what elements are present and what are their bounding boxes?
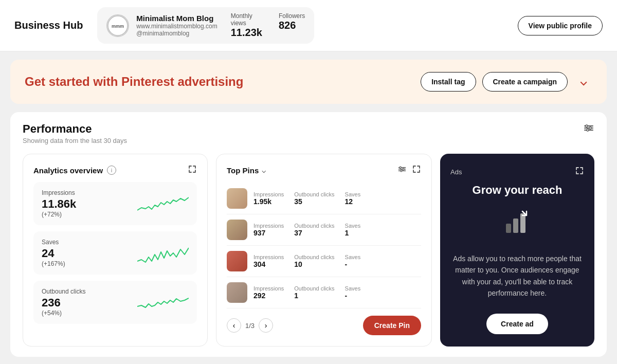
pin-row: Impressions 937 Outbound clicks 37 Saves… bbox=[227, 214, 421, 246]
performance-header: Performance Showing data from the last 3… bbox=[23, 122, 594, 144]
outbound-label: Outbound clicks bbox=[42, 288, 85, 295]
pin-impressions-label: Impressions bbox=[253, 191, 284, 197]
followers-label: Followers bbox=[279, 12, 305, 20]
pin-outbound-value: 35 bbox=[294, 197, 334, 206]
banner-chevron-icon[interactable]: ⌵ bbox=[574, 72, 592, 91]
create-pin-button[interactable]: Create Pin bbox=[363, 316, 421, 335]
pin-impressions: Impressions 937 bbox=[253, 223, 284, 237]
impressions-label: Impressions bbox=[42, 189, 76, 196]
pin-saves: Saves 1 bbox=[345, 223, 361, 237]
pin-saves: Saves - bbox=[345, 285, 361, 300]
view-public-profile-button[interactable]: View public profile bbox=[518, 16, 603, 35]
pins-footer: ‹ 1/3 › Create Pin bbox=[227, 316, 421, 335]
svg-point-6 bbox=[589, 127, 591, 129]
pin-impressions: Impressions 304 bbox=[253, 254, 284, 268]
pagination-text: 1/3 bbox=[245, 322, 255, 330]
saves-sparkline bbox=[137, 242, 189, 265]
ads-chart-icon bbox=[504, 209, 531, 241]
ads-title: Grow your reach bbox=[473, 184, 562, 197]
outbound-sparkline bbox=[137, 291, 189, 314]
analytics-card-title: Analytics overview bbox=[33, 166, 103, 175]
saves-left: Saves 24 (+167%) bbox=[42, 239, 65, 267]
ads-expand-icon[interactable] bbox=[575, 166, 584, 177]
pin-impressions: Impressions 292 bbox=[253, 285, 284, 300]
business-hub-title: Business Hub bbox=[14, 20, 83, 31]
impressions-left: Impressions 11.86k (+72%) bbox=[42, 189, 76, 218]
pin-outbound: Outbound clicks 35 bbox=[294, 191, 334, 206]
pins-filter-icon[interactable] bbox=[397, 165, 407, 176]
impressions-value: 11.86k bbox=[42, 197, 76, 211]
svg-rect-14 bbox=[506, 224, 511, 233]
advertising-banner: Get started with Pinterest advertising I… bbox=[10, 60, 607, 104]
top-pins-title: Top Pins bbox=[227, 166, 259, 175]
saves-value: 24 bbox=[42, 247, 65, 260]
svg-point-12 bbox=[403, 168, 404, 170]
pin-outbound: Outbound clicks 37 bbox=[294, 223, 334, 237]
ads-card-header: Ads bbox=[450, 166, 584, 177]
cards-row: Analytics overview i Impressions 11.86k … bbox=[23, 154, 594, 347]
pin-thumbnail bbox=[227, 251, 247, 271]
create-ad-button[interactable]: Create ad bbox=[486, 314, 548, 334]
pin-row: Impressions 292 Outbound clicks 1 Saves … bbox=[227, 277, 421, 308]
pin-saves-value: 12 bbox=[345, 197, 361, 206]
performance-title-group: Performance Showing data from the last 3… bbox=[23, 122, 127, 144]
pin-stats: Impressions 292 Outbound clicks 1 Saves … bbox=[253, 285, 421, 300]
pins-icons bbox=[397, 165, 421, 176]
pins-dropdown-icon[interactable]: ⌵ bbox=[262, 166, 266, 174]
top-pins-header: Top Pins ⌵ bbox=[227, 165, 421, 176]
performance-subtitle: Showing data from the last 30 days bbox=[23, 137, 127, 144]
profile-website: www.minimalistmomblog.com bbox=[136, 23, 217, 30]
svg-point-11 bbox=[400, 167, 401, 168]
banner-actions: Install tag Create a campaign ⌵ bbox=[421, 72, 592, 92]
pin-saves: Saves - bbox=[345, 254, 361, 268]
pin-thumbnail bbox=[227, 282, 247, 303]
profile-card: mmm Minimalist Mom Blog www.minimalistmo… bbox=[97, 7, 314, 44]
svg-point-13 bbox=[401, 170, 402, 172]
pin-saves: Saves 12 bbox=[345, 191, 361, 206]
header: Business Hub mmm Minimalist Mom Blog www… bbox=[0, 0, 617, 51]
info-icon[interactable]: i bbox=[107, 166, 116, 175]
svg-rect-16 bbox=[520, 213, 525, 233]
impressions-metric: Impressions 11.86k (+72%) bbox=[33, 182, 197, 225]
pin-impressions-value: 1.95k bbox=[253, 197, 284, 206]
svg-rect-15 bbox=[513, 219, 518, 233]
pin-stats: Impressions 1.95k Outbound clicks 35 Sav… bbox=[253, 191, 421, 206]
analytics-overview-card: Analytics overview i Impressions 11.86k … bbox=[23, 154, 208, 347]
svg-point-7 bbox=[587, 129, 589, 131]
svg-text:mmm: mmm bbox=[112, 23, 124, 28]
pins-title-row: Top Pins ⌵ bbox=[227, 166, 266, 175]
saves-metric: Saves 24 (+167%) bbox=[33, 231, 197, 275]
performance-section: Performance Showing data from the last 3… bbox=[10, 112, 607, 357]
pagination: ‹ 1/3 › bbox=[227, 318, 273, 333]
pin-impressions: Impressions 1.95k bbox=[253, 191, 284, 206]
profile-stats: Monthly views 11.23k Followers 826 bbox=[231, 12, 305, 39]
pin-outbound: Outbound clicks 1 bbox=[294, 285, 334, 300]
analytics-card-header: Analytics overview i bbox=[33, 165, 197, 176]
pin-row: Impressions 1.95k Outbound clicks 35 Sav… bbox=[227, 183, 421, 214]
pin-thumbnail bbox=[227, 188, 247, 209]
pins-expand-icon[interactable] bbox=[412, 165, 421, 176]
outbound-change: (+54%) bbox=[42, 310, 85, 317]
pagination-next-button[interactable]: › bbox=[259, 318, 273, 333]
analytics-expand-icon[interactable] bbox=[188, 165, 197, 176]
monthly-views-stat: Monthly views 11.23k bbox=[231, 12, 262, 39]
ads-card: Ads Grow your reach Ads allow you to rea… bbox=[440, 154, 594, 347]
pagination-prev-button[interactable]: ‹ bbox=[227, 318, 241, 333]
outbound-value: 236 bbox=[42, 296, 85, 310]
profile-handle: @minimalmomblog bbox=[136, 30, 217, 37]
analytics-title-row: Analytics overview i bbox=[33, 166, 116, 175]
monthly-views-value: 11.23k bbox=[231, 27, 262, 39]
monthly-views-label: Monthly views bbox=[231, 12, 262, 27]
saves-change: (+167%) bbox=[42, 260, 65, 267]
outbound-clicks-metric: Outbound clicks 236 (+54%) bbox=[33, 281, 197, 324]
pin-stats: Impressions 304 Outbound clicks 10 Saves… bbox=[253, 254, 421, 268]
followers-stat: Followers 826 bbox=[279, 12, 305, 39]
ads-description: Ads allow you to reach more people that … bbox=[450, 253, 584, 299]
banner-text: Get started with Pinterest advertising bbox=[25, 75, 410, 89]
filter-icon[interactable] bbox=[583, 122, 594, 136]
create-campaign-button[interactable]: Create a campaign bbox=[482, 72, 568, 92]
outbound-left: Outbound clicks 236 (+54%) bbox=[42, 288, 85, 317]
pin-row: Impressions 304 Outbound clicks 10 Saves… bbox=[227, 246, 421, 277]
pin-stats: Impressions 937 Outbound clicks 37 Saves… bbox=[253, 223, 421, 237]
install-tag-button[interactable]: Install tag bbox=[421, 72, 476, 92]
